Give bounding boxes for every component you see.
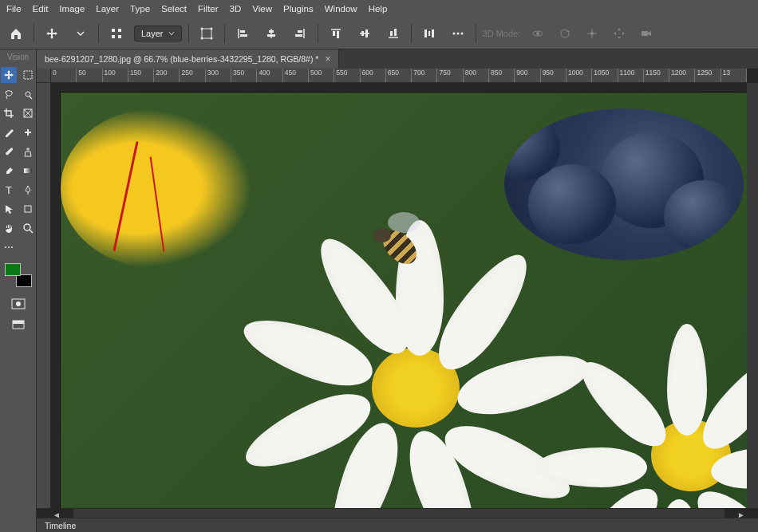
canvas-scroll[interactable]	[51, 83, 747, 508]
ruler-vertical[interactable]	[37, 83, 51, 508]
shape-tool[interactable]	[20, 201, 36, 217]
bee-layer	[356, 204, 436, 268]
menu-item-image[interactable]: Image	[59, 4, 85, 14]
timeline-label: Timeline	[45, 521, 76, 530]
ruler-tick: 50	[77, 69, 102, 82]
svg-rect-19	[333, 31, 335, 36]
slide-3d-icon[interactable]	[608, 22, 630, 45]
ruler-tick: 250	[180, 69, 205, 82]
svg-rect-46	[27, 129, 29, 136]
ruler-tick: 100	[103, 69, 128, 82]
show-transform-icon[interactable]	[195, 22, 218, 45]
mode-3d-label: 3D Mode:	[483, 29, 521, 38]
color-swatches[interactable]	[5, 263, 32, 287]
ruler-tick: 150	[128, 69, 154, 82]
svg-point-30	[452, 32, 455, 34]
menu-item-file[interactable]: File	[6, 4, 22, 14]
quickmask-icon[interactable]	[10, 297, 27, 311]
document-tab[interactable]: bee-6291207_1280.jpg @ 66.7% (blue-berri…	[37, 49, 339, 69]
svg-rect-11	[240, 34, 247, 37]
eraser-tool[interactable]	[1, 163, 17, 179]
timeline-panel[interactable]: Timeline	[37, 518, 758, 532]
frame-tool[interactable]	[20, 105, 36, 121]
svg-rect-49	[25, 206, 31, 212]
foreground-swatch[interactable]	[5, 263, 21, 276]
svg-rect-3	[118, 35, 121, 38]
autoselect-target-dropdown[interactable]: Layer	[134, 26, 182, 41]
svg-rect-17	[295, 34, 302, 37]
transform-controls-icon[interactable]	[105, 22, 128, 45]
quick-select-tool[interactable]	[20, 86, 36, 102]
brush-tool[interactable]	[1, 144, 17, 160]
svg-point-54	[11, 246, 13, 248]
menu-item-layer[interactable]: Layer	[96, 4, 119, 14]
document-tab-title: bee-6291207_1280.jpg @ 66.7% (blue-berri…	[45, 54, 318, 64]
menu-item-3d[interactable]: 3D	[230, 4, 242, 14]
edit-toolbar-icon[interactable]	[1, 239, 17, 255]
ruler-horizontal[interactable]: 0501001502002503003504004505005506006507…	[51, 69, 747, 83]
move-tool[interactable]	[1, 67, 17, 83]
menu-item-select[interactable]: Select	[161, 4, 187, 14]
ruler-tick: 550	[334, 69, 360, 82]
close-icon[interactable]: ×	[325, 53, 330, 65]
menu-item-view[interactable]: View	[252, 4, 272, 14]
zoom-tool[interactable]	[20, 220, 36, 236]
svg-rect-13	[269, 30, 274, 33]
marquee-tool[interactable]	[20, 67, 36, 83]
divider	[224, 24, 225, 43]
svg-text:T: T	[6, 184, 12, 196]
svg-point-56	[16, 301, 21, 306]
crop-tool[interactable]	[1, 105, 17, 121]
screenmode-icon[interactable]	[10, 317, 27, 332]
scrollbar-vertical[interactable]	[747, 83, 758, 508]
hand-tool[interactable]	[1, 220, 17, 236]
menu-item-plugins[interactable]: Plugins	[283, 4, 314, 14]
align-center-h-icon[interactable]	[260, 22, 282, 45]
svg-rect-27	[424, 30, 427, 37]
align-center-v-icon[interactable]	[353, 22, 376, 45]
ruler-tick: 400	[257, 69, 282, 82]
ruler-tick: 13	[721, 69, 747, 82]
gradient-tool[interactable]	[20, 163, 36, 179]
home-button[interactable]	[5, 22, 27, 45]
menu-item-window[interactable]: Window	[325, 4, 357, 14]
svg-rect-0	[112, 29, 115, 32]
rotate-3d-icon[interactable]	[554, 22, 576, 45]
chevron-down-icon	[168, 30, 175, 37]
pan-3d-icon[interactable]	[581, 22, 603, 45]
svg-rect-58	[13, 321, 24, 324]
svg-rect-29	[428, 31, 430, 36]
ruler-tick: 850	[489, 69, 515, 82]
align-top-icon[interactable]	[325, 22, 347, 45]
eyedropper-tool[interactable]	[1, 124, 17, 140]
type-tool[interactable]: T	[1, 182, 17, 198]
menu-item-type[interactable]: Type	[130, 4, 150, 14]
healing-tool[interactable]	[20, 124, 36, 140]
clone-tool[interactable]	[20, 144, 36, 160]
mode-3d-tools	[527, 22, 657, 45]
move-tool-icon[interactable]	[41, 22, 63, 45]
menu-item-help[interactable]: Help	[369, 4, 388, 14]
path-select-tool[interactable]	[1, 201, 17, 217]
ruler-tick: 700	[412, 69, 437, 82]
camera-3d-icon[interactable]	[635, 22, 657, 45]
ruler-corner[interactable]	[37, 69, 51, 83]
svg-rect-39	[642, 31, 648, 36]
svg-rect-23	[365, 30, 368, 37]
divider	[476, 24, 476, 43]
align-bottom-icon[interactable]	[382, 22, 405, 45]
background-swatch[interactable]	[16, 274, 32, 287]
align-right-icon[interactable]	[289, 22, 311, 45]
autoselect-dropdown-icon[interactable]	[69, 22, 92, 45]
pen-tool[interactable]	[20, 182, 36, 198]
lasso-tool[interactable]	[1, 86, 17, 102]
ruler-tick: 1050	[592, 69, 618, 82]
orbit-3d-icon[interactable]	[527, 22, 549, 45]
distribute-icon[interactable]	[418, 22, 440, 45]
align-left-icon[interactable]	[231, 22, 254, 45]
menu-item-filter[interactable]: Filter	[198, 4, 219, 14]
menu-item-edit[interactable]: Edit	[33, 4, 49, 14]
canvas[interactable]	[61, 93, 747, 508]
ruler-tick: 900	[515, 69, 540, 82]
more-align-icon[interactable]	[447, 22, 469, 45]
